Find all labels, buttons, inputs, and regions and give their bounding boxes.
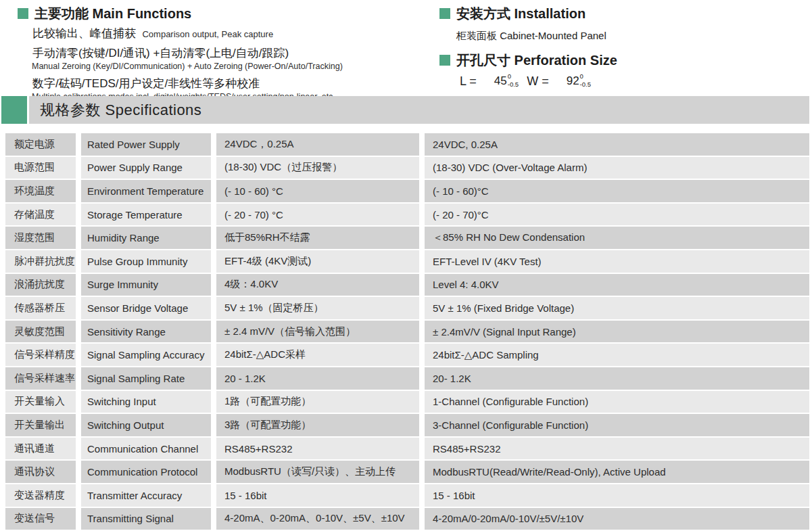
spec-value-en: (18-30) VDC (Over-Voltage Alarm) xyxy=(425,157,809,179)
spec-table-row: 变送器精度Transmitter Accuracy15 - 16bit15 - … xyxy=(5,484,809,507)
spec-value-zh: 24VDC，0.25A xyxy=(216,133,419,156)
spec-table-row: 变送信号Transmitting Signal4-20mA、0-20mA、0-1… xyxy=(5,508,809,530)
function-item-1-zh: 比较输出、峰值捕获 xyxy=(32,27,136,40)
installation-heading: 安装方式 Installation xyxy=(439,5,805,22)
spec-table-row: 开关量输入Switching Input1路（可配置功能）1-Channel (… xyxy=(5,391,809,413)
spec-table-row: 脉冲群抗扰度Pulse Group ImmunityEFT-4级 (4KV测试)… xyxy=(5,250,809,273)
green-square-icon xyxy=(439,55,450,66)
spec-value-en: (- 20 - 70)°C xyxy=(425,204,809,226)
spec-table-row: 环境温度Environment Temperature(- 10 - 60) °… xyxy=(5,180,809,202)
main-functions-block: 主要功能 Main Functions 比较输出、峰值捕获 Comparison… xyxy=(18,5,423,102)
spec-label-zh: 脉冲群抗扰度 xyxy=(5,250,76,273)
specifications-header-bar: 规格参数 Specifications xyxy=(29,96,809,124)
spec-label-en: Transmitting Signal xyxy=(81,508,211,530)
top-section: 主要功能 Main Functions 比较输出、峰值捕获 Comparison… xyxy=(0,0,812,96)
spec-value-en: 15 - 16bit xyxy=(425,484,809,507)
spec-label-zh: 额定电源 xyxy=(5,133,76,156)
spec-label-en: Rated Power Supply xyxy=(81,133,211,156)
green-block-icon xyxy=(1,96,27,124)
spec-value-en: ＜85% RH No Dew Condensation xyxy=(425,227,809,249)
length-tolerance-lower: -0.5 xyxy=(508,81,519,88)
installation-item: 柜装面板 Cabinet-Mounted Panel xyxy=(456,30,805,43)
spec-label-en: Signal Sampling Accuracy xyxy=(81,344,211,366)
spec-value-zh: 1路（可配置功能） xyxy=(216,391,419,413)
function-item-1-en: Comparison output, Peak capture xyxy=(142,29,273,39)
function-item-3-zh: 数字/砝码/TEDS/用户设定/非线性等多种校准 xyxy=(32,76,423,91)
spec-label-en: Humidity Range xyxy=(81,227,211,249)
spec-value-en: Level 4: 4.0KV xyxy=(425,274,809,296)
length-tolerance-upper: 0 xyxy=(508,73,519,80)
length-value: 45 xyxy=(494,74,507,88)
width-label: W = xyxy=(527,74,549,89)
spec-label-en: Environment Temperature xyxy=(81,180,211,202)
spec-label-zh: 开关量输出 xyxy=(5,414,76,436)
spec-value-zh: ± 2.4 mV/V（信号输入范围） xyxy=(216,321,419,343)
spec-value-en: 20- 1.2K xyxy=(425,367,809,390)
spec-label-en: Pulse Group Immunity xyxy=(81,250,211,273)
spec-value-en: EFT-Level IV (4KV Test) xyxy=(425,250,809,273)
spec-value-en: RS485+RS232 xyxy=(425,438,809,460)
spec-value-zh: 15 - 16bit xyxy=(216,484,419,507)
specifications-header: 规格参数 Specifications xyxy=(0,96,812,124)
spec-label-zh: 电源范围 xyxy=(5,157,76,179)
spec-value-zh: RS485+RS232 xyxy=(216,438,419,460)
spec-label-zh: 环境温度 xyxy=(5,180,76,202)
spec-label-en: Switching Output xyxy=(81,414,211,436)
spec-value-en: 4-20mA/0-20mA/0-10V/±5V/±10V xyxy=(425,508,809,530)
spec-table-row: 信号采样精度Signal Sampling Accuracy24bitΣ-△AD… xyxy=(5,344,809,366)
spec-label-zh: 变送器精度 xyxy=(5,484,76,507)
function-item-2-en: Manual Zeroing (Key/DI/Communication) + … xyxy=(32,62,423,72)
installation-title: 安装方式 Installation xyxy=(456,5,586,22)
length-label: L = xyxy=(460,74,477,89)
spec-table-row: 湿度范围Humidity Range低于85%RH不结露＜85% RH No D… xyxy=(5,227,809,249)
spec-table-row: 电源范围Power Supply Range(18-30) VDC（过压报警）(… xyxy=(5,157,809,179)
spec-value-zh: (- 10 - 60) °C xyxy=(216,180,419,202)
spec-value-zh: 低于85%RH不结露 xyxy=(216,227,419,249)
spec-value-en: 5V ± 1% (Fixed Bridge Voltage) xyxy=(425,297,809,319)
spec-value-en: 3-Channel (Configurable Function) xyxy=(425,414,809,436)
spec-table-row: 通讯协议Communication ProtocolModbusRTU（读写/只… xyxy=(5,461,809,483)
spec-label-en: Surge Immunity xyxy=(81,274,211,296)
length-tolerance: 0 -0.5 xyxy=(508,73,519,88)
spec-label-zh: 传感器桥压 xyxy=(5,297,76,319)
spec-label-zh: 开关量输入 xyxy=(5,391,76,413)
function-item-1: 比较输出、峰值捕获 Comparison output, Peak captur… xyxy=(32,26,423,41)
spec-label-en: Transmitter Accuracy xyxy=(81,484,211,507)
spec-label-zh: 浪涌抗扰度 xyxy=(5,274,76,296)
spec-label-en: Power Supply Range xyxy=(81,157,211,179)
installation-block: 安装方式 Installation 柜装面板 Cabinet-Mounted P… xyxy=(439,5,805,89)
spec-label-zh: 信号采样速率 xyxy=(5,367,76,390)
spec-value-zh: EFT-4级 (4KV测试) xyxy=(216,250,419,273)
spec-table-row: 浪涌抗扰度Surge Immunity4级：4.0KVLevel 4: 4.0K… xyxy=(5,274,809,296)
specifications-title: 规格参数 Specifications xyxy=(40,100,201,120)
spec-table-row: 通讯通道Communication ChannelRS485+RS232RS48… xyxy=(5,438,809,460)
width-tolerance-lower: -0.5 xyxy=(580,81,591,88)
spec-label-zh: 灵敏度范围 xyxy=(5,321,76,343)
spec-value-en: (- 10 - 60)°C xyxy=(425,180,809,202)
spec-label-zh: 变送信号 xyxy=(5,508,76,530)
spec-label-en: Storage Temperature xyxy=(81,204,211,226)
width-tolerance-upper: 0 xyxy=(580,73,591,80)
spec-label-en: Signal Sampling Rate xyxy=(81,367,211,390)
spec-table-row: 传感器桥压Sensor Bridge Voltage5V ± 1%（固定桥压）5… xyxy=(5,297,809,319)
perforation-title: 开孔尺寸 Perforation Size xyxy=(456,52,617,68)
width-value: 92 xyxy=(567,74,579,88)
spec-label-zh: 湿度范围 xyxy=(5,227,76,249)
spec-label-en: Switching Input xyxy=(81,391,211,413)
spec-value-zh: 24bitΣ-△ADC采样 xyxy=(216,344,419,366)
width-tolerance: 0 -0.5 xyxy=(580,73,591,88)
green-square-icon xyxy=(18,8,28,19)
spec-value-en: ± 2.4mV/V (Signal Input Range) xyxy=(425,321,809,343)
spec-table-row: 开关量输出Switching Output3路（可配置功能）3-Channel … xyxy=(5,414,809,436)
spec-label-en: Sensor Bridge Voltage xyxy=(81,297,211,319)
spec-value-zh: 5V ± 1%（固定桥压） xyxy=(216,297,419,319)
spec-label-en: Communication Protocol xyxy=(81,461,211,483)
function-item-2-zh: 手动清零(按键/DI/通讯) +自动清零(上电/自动/跟踪) xyxy=(32,46,423,61)
spec-label-zh: 存储温度 xyxy=(5,204,76,226)
spec-table-row: 存储温度Storage Temperature(- 20 - 70) °C(- … xyxy=(5,204,809,226)
perforation-heading: 开孔尺寸 Perforation Size xyxy=(439,52,805,68)
spec-value-zh: 4级：4.0KV xyxy=(216,274,419,296)
spec-table-row: 额定电源Rated Power Supply24VDC，0.25A24VDC, … xyxy=(5,133,809,156)
spec-sheet-page: 主要功能 Main Functions 比较输出、峰值捕获 Comparison… xyxy=(0,0,812,531)
spec-label-zh: 通讯协议 xyxy=(5,461,76,483)
